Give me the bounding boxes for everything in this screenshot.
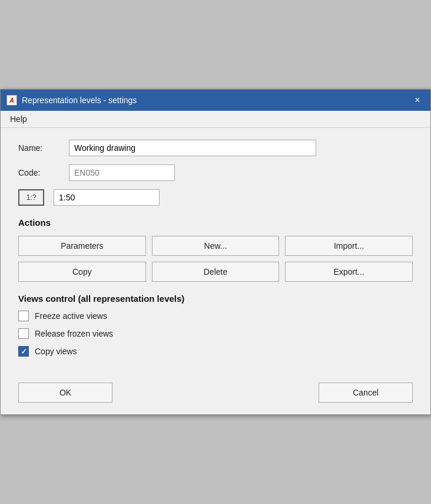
cancel-button[interactable]: Cancel: [319, 383, 413, 403]
dialog-window: A Representation levels - settings × Hel…: [0, 89, 431, 415]
import-button[interactable]: Import...: [285, 236, 413, 256]
name-row: Name:: [18, 140, 413, 156]
title-bar: A Representation levels - settings ×: [1, 90, 430, 111]
app-icon: A: [6, 95, 17, 106]
views-control-title: Views control (all representation levels…: [18, 294, 413, 304]
close-button[interactable]: ×: [410, 93, 425, 107]
delete-button[interactable]: Delete: [152, 262, 280, 282]
name-label: Name:: [18, 143, 59, 153]
actions-section: Actions: [18, 214, 413, 228]
freeze-active-views-checkbox[interactable]: [18, 311, 29, 321]
scale-icon: 1:?: [18, 189, 44, 206]
ok-button[interactable]: OK: [18, 383, 112, 403]
release-frozen-views-label: Release frozen views: [35, 329, 113, 338]
title-bar-left: A Representation levels - settings: [6, 95, 137, 106]
parameters-button[interactable]: Parameters: [18, 236, 146, 256]
name-input[interactable]: [69, 140, 316, 156]
menu-bar: Help: [1, 111, 430, 128]
scale-input[interactable]: [54, 189, 160, 206]
copy-button[interactable]: Copy: [18, 262, 146, 282]
bottom-bar: OK Cancel: [1, 373, 430, 414]
new-button[interactable]: New...: [152, 236, 280, 256]
code-label: Code:: [18, 168, 59, 177]
export-button[interactable]: Export...: [285, 262, 413, 282]
help-menu-item[interactable]: Help: [6, 113, 31, 125]
copy-views-label: Copy views: [35, 347, 77, 356]
freeze-active-views-label: Freeze active views: [35, 311, 107, 321]
actions-grid: Parameters New... Import... Copy Delete …: [18, 236, 413, 282]
release-frozen-views-row: Release frozen views: [18, 328, 413, 339]
code-row: Code:: [18, 164, 413, 181]
code-input[interactable]: [69, 164, 175, 181]
release-frozen-views-checkbox[interactable]: [18, 328, 29, 339]
scale-row: 1:?: [18, 189, 413, 206]
actions-title: Actions: [18, 218, 413, 228]
views-section: Views control (all representation levels…: [18, 290, 413, 357]
dialog-body: Name: Code: 1:? Actions Parameters New..…: [1, 128, 430, 368]
freeze-active-views-row: Freeze active views: [18, 311, 413, 321]
copy-views-row: Copy views: [18, 346, 413, 357]
window-title: Representation levels - settings: [22, 95, 137, 105]
copy-views-checkbox[interactable]: [18, 346, 29, 357]
